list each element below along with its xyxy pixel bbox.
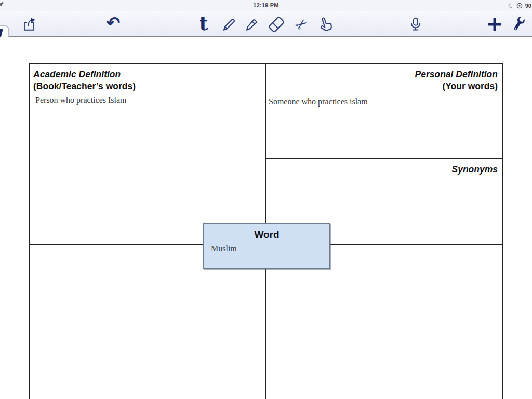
hand-pan-tool-button[interactable] [316, 15, 335, 34]
pencil-icon [220, 16, 237, 33]
app-screen: 12:19 PM ☾ 90 ↶ t [0, 0, 532, 399]
personal-definition-subtitle: (Your words) [415, 81, 498, 92]
battery-percent: 90 [525, 3, 531, 9]
text-tool-icon: t [199, 14, 208, 33]
share-icon [21, 16, 37, 33]
undo-icon: ↶ [107, 15, 121, 31]
share-button[interactable] [20, 15, 38, 34]
synonyms-title: Synonyms [452, 164, 498, 176]
text-tool-button[interactable]: t [194, 15, 213, 34]
academic-definition-heading: Academic Definition (Book/Teacher’s word… [33, 69, 136, 92]
toolbar: ↶ t [0, 11, 532, 37]
word-entry-text[interactable]: Muslim [211, 244, 329, 254]
personal-definition-heading: Personal Definition (Your words) [415, 69, 498, 92]
add-page-button[interactable] [485, 15, 504, 34]
word-box-label: Word [204, 229, 329, 241]
highlighter-tool-button[interactable] [242, 15, 261, 34]
pencil-tool-button[interactable] [219, 15, 238, 34]
wrench-icon [510, 16, 527, 33]
plus-icon [486, 16, 503, 33]
microphone-icon [407, 16, 424, 33]
personal-definition-title: Personal Definition [415, 69, 498, 81]
microphone-button[interactable] [406, 15, 425, 34]
undo-button[interactable]: ↶ [104, 15, 123, 34]
orientation-lock-icon [516, 3, 523, 9]
grid-synonyms-divider [265, 158, 502, 159]
scissors-icon: ✂ [292, 15, 310, 33]
grid-left-border [29, 63, 30, 399]
settings-button[interactable] [509, 15, 528, 34]
personal-definition-entry-text[interactable]: Someone who practices islam [269, 97, 368, 107]
academic-definition-entry-text[interactable]: Person who practices Islam [35, 96, 127, 105]
word-box[interactable]: Word Muslim [203, 223, 330, 269]
academic-definition-title: Academic Definition [33, 69, 136, 81]
grid-right-border [502, 63, 503, 399]
clock-time: 12:19 PM [0, 2, 532, 8]
scissors-tool-button[interactable]: ✂ [292, 15, 311, 34]
academic-definition-subtitle: (Book/Teacher’s words) [33, 81, 136, 92]
hand-pointer-icon [316, 16, 334, 33]
status-bar: 12:19 PM ☾ 90 [0, 0, 532, 11]
highlighter-icon [243, 16, 260, 33]
do-not-disturb-moon-icon: ☾ [507, 2, 514, 10]
eraser-icon [267, 15, 286, 34]
eraser-tool-button[interactable] [267, 15, 286, 34]
